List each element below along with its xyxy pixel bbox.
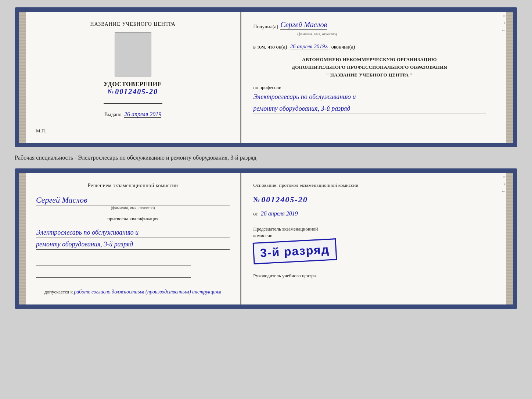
org-block: АВТОНОМНУЮ НЕКОММЕРЧЕСКУЮ ОРГАНИЗАЦИЮ ДО… xyxy=(253,56,486,79)
bottom-card-left: Решением экзаменационной комиссии Сергей… xyxy=(26,173,241,304)
finished-label: окончил(а) xyxy=(331,44,355,50)
org-line3: " НАЗВАНИЕ УЧЕБНОГО ЦЕНТРА " xyxy=(253,71,486,79)
stamp-container: Председатель экзаменационной комиссии 3-… xyxy=(253,226,486,262)
profession-label: по профессии xyxy=(253,85,281,90)
name-sublabel-top: (фамилия, имя, отчество) xyxy=(297,32,486,36)
person-name-sublabel-bottom: (фамилия, имя, отчество) xyxy=(36,206,230,210)
photo-placeholder xyxy=(115,32,151,76)
qual-block: Электрослесарь по обслуживанию и ремонту… xyxy=(36,228,230,250)
sig-line-2 xyxy=(36,270,191,278)
cert-number: 0012405-20 xyxy=(115,88,158,96)
cert-label: УДОСТОВЕРЕНИЕ xyxy=(104,81,162,88)
issued-date: 26 апреля 2019 xyxy=(124,111,161,118)
bottom-card-spine-right xyxy=(506,173,513,304)
card-spine-right xyxy=(506,12,513,143)
date-prefix: от xyxy=(253,211,258,217)
qual-line1: Электрослесарь по обслуживанию и xyxy=(36,228,230,238)
card-spine-left xyxy=(19,12,26,143)
in-that-row: в том, что он(а) 26 апреля 2019г. окончи… xyxy=(253,43,486,50)
in-that-label: в том, что он(а) xyxy=(253,44,287,50)
issued-label: Выдано xyxy=(104,112,122,117)
person-name-bottom: Сергей Маслов xyxy=(36,195,230,206)
stamp-big-text: 3-й разряд xyxy=(260,243,330,260)
dash-top: – xyxy=(329,24,332,30)
profession-line2: ремонту оборудования, 3-й разряд xyxy=(253,104,486,114)
caption-text: Рабочая специальность - Электрослесарь п… xyxy=(15,153,517,163)
top-document-card: НАЗВАНИЕ УЧЕБНОГО ЦЕНТРА УДОСТОВЕРЕНИЕ №… xyxy=(15,7,517,147)
right-margin-notes-bottom: и а ← xyxy=(497,173,506,304)
qual-line2: ремонту оборудования, 3-й разряд xyxy=(36,239,230,250)
basis-date-row: от 26 апреля 2019 xyxy=(253,210,486,217)
bottom-card-spine-left xyxy=(19,173,26,304)
sig-lines xyxy=(36,259,230,278)
bottom-document-card: Решением экзаменационной комиссии Сергей… xyxy=(15,168,517,309)
stamp: 3-й разряд xyxy=(253,238,337,264)
right-margin-notes-top: и а ← xyxy=(497,12,506,143)
cert-sig-line xyxy=(104,103,162,104)
profession-line1: Электрослесарь по обслуживанию и xyxy=(253,92,486,102)
profession-block: по профессии Электрослесарь по обслужива… xyxy=(253,85,486,114)
assigned-label: присвоена квалификация xyxy=(107,216,158,222)
number-prefix: № xyxy=(253,196,260,203)
decision-title: Решением экзаменационной комиссии xyxy=(88,182,178,189)
basis-number: 0012405-20 xyxy=(261,195,308,204)
top-card-left: НАЗВАНИЕ УЧЕБНОГО ЦЕНТРА УДОСТОВЕРЕНИЕ №… xyxy=(26,12,241,143)
stamp-small1: Председатель экзаменационной xyxy=(253,226,318,232)
mp-label: М.П. xyxy=(36,128,46,134)
head-label: Руководитель учебного центра xyxy=(253,272,486,279)
chairman-label: Председатель экзаменационной комиссии xyxy=(253,226,327,239)
sig-line-1 xyxy=(36,259,191,266)
basis-label: Основание: протокол экзаменационной коми… xyxy=(253,182,486,189)
stamp-small2: комиссии xyxy=(253,233,273,238)
person-name-block-bottom: Сергей Маслов (фамилия, имя, отчество) xyxy=(36,195,230,210)
head-sig-line xyxy=(253,281,416,287)
cert-number-prefix: № xyxy=(108,88,114,95)
received-label: Получил(а) xyxy=(253,24,278,30)
head-section: Руководитель учебного центра xyxy=(253,272,486,287)
received-row: Получил(а) Сергей Маслов – xyxy=(253,21,486,30)
top-card-right: Получил(а) Сергей Маслов – (фамилия, имя… xyxy=(241,12,497,143)
org-line1: АВТОНОМНУЮ НЕКОММЕРЧЕСКУЮ ОРГАНИЗАЦИЮ xyxy=(253,56,486,64)
person-name-top: Сергей Маслов xyxy=(280,21,327,30)
school-name-title: НАЗВАНИЕ УЧЕБНОГО ЦЕНТРА xyxy=(90,21,175,28)
org-line2: ДОПОЛНИТЕЛЬНОГО ПРОФЕССИОНАЛЬНОГО ОБРАЗО… xyxy=(253,64,486,71)
date-value-top: 26 апреля 2019г. xyxy=(290,43,328,50)
allowed-hw: работе согласно должностным (производств… xyxy=(74,289,221,295)
allowed-text: допускается к работе согласно должностны… xyxy=(44,288,221,296)
basis-number-row: № 0012405-20 xyxy=(253,195,486,204)
allowed-label: допускается к xyxy=(44,289,73,295)
bottom-card-right: Основание: протокол экзаменационной коми… xyxy=(241,173,497,304)
issued-row: Выдано 26 апреля 2019 xyxy=(104,111,161,118)
basis-date: 26 апреля 2019 xyxy=(261,210,298,217)
